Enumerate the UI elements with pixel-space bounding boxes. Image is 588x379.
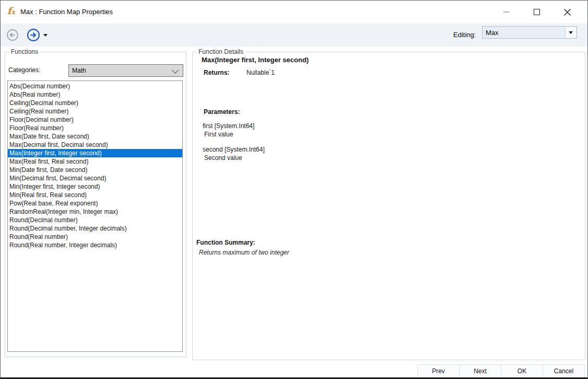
function-list-item[interactable]: Round(Real number, Integer decimals): [8, 241, 182, 249]
editing-combobox-value: Max: [486, 29, 499, 37]
minimize-icon: [503, 12, 510, 13]
categories-combobox[interactable]: Math: [68, 64, 183, 77]
forward-dropdown-caret-icon[interactable]: [43, 34, 48, 37]
parameter-entry: second [System.Int64]Second value: [203, 145, 265, 162]
function-list-item[interactable]: Round(Decimal number, Integer decimals): [8, 224, 182, 233]
function-signature: Max(Integer first, Integer second): [202, 56, 309, 64]
window-title: Max : Function Map Properties: [20, 8, 113, 16]
cancel-button[interactable]: Cancel: [543, 364, 585, 378]
parameter-description: Second value: [203, 154, 265, 162]
function-details-groupbox: Function Details Max(Integer first, Inte…: [192, 52, 585, 360]
parameter-entry: first [System.Int64]First value: [203, 122, 265, 139]
function-list-item[interactable]: Ceiling(Decimal number): [8, 99, 182, 107]
function-list-item[interactable]: Max(Date first, Date second): [8, 132, 182, 141]
parameters-list: first [System.Int64]First valuesecond [S…: [203, 122, 265, 169]
chevron-down-icon: [569, 31, 573, 34]
parameters-label: Parameters:: [204, 108, 240, 116]
minimize-button[interactable]: [491, 1, 522, 24]
function-list-item[interactable]: Max(Integer first, Integer second): [8, 149, 182, 157]
ok-button[interactable]: OK: [501, 364, 543, 378]
close-icon: [563, 8, 571, 16]
chevron-down-icon: [172, 67, 179, 74]
function-summary-label: Function Summary:: [196, 239, 255, 246]
parameter-name: second [System.Int64]: [203, 145, 265, 154]
function-list-item[interactable]: RandomReal(Integer min, Integer max): [8, 208, 182, 216]
function-list-item[interactable]: Min(Integer first, Integer second): [8, 182, 182, 191]
editing-label: Editing:: [453, 31, 476, 39]
parameter-name: first [System.Int64]: [203, 122, 265, 130]
title-bar: fx Max : Function Map Properties: [1, 1, 587, 24]
categories-combobox-value: Math: [72, 67, 86, 74]
function-map-properties-dialog: fx Max : Function Map Properties Editing…: [0, 0, 588, 379]
function-list-item[interactable]: Round(Real number): [8, 233, 182, 241]
dialog-footer-buttons: PrevNextOKCancel: [418, 364, 585, 378]
function-summary-text: Returns maximum of two integer: [199, 249, 289, 256]
functions-groupbox: Functions Categories: Math Abs(Decimal n…: [5, 52, 186, 357]
next-button[interactable]: Next: [459, 364, 501, 378]
function-list-item[interactable]: Min(Decimal first, Decimal second): [8, 174, 182, 182]
returns-label: Returns:: [204, 69, 229, 76]
forward-button[interactable]: [27, 28, 40, 42]
function-list[interactable]: Abs(Decimal number)Abs(Real number)Ceili…: [7, 81, 183, 352]
function-list-item[interactable]: Max(Real first, Real second): [8, 157, 182, 166]
back-button[interactable]: [6, 29, 19, 41]
function-list-item[interactable]: Floor(Decimal number): [8, 116, 182, 124]
fx-icon: fx: [7, 5, 15, 18]
function-details-groupbox-title: Function Details: [196, 48, 246, 55]
function-list-item[interactable]: Max(Decimal first, Decimal second): [8, 141, 182, 149]
window-controls: [491, 1, 582, 24]
prev-button[interactable]: Prev: [417, 364, 460, 378]
functions-groupbox-title: Functions: [8, 48, 41, 55]
function-list-item[interactable]: Min(Date first, Date second): [8, 166, 182, 174]
function-list-item[interactable]: Pow(Real base, Real exponent): [8, 199, 182, 208]
editing-combobox[interactable]: Max: [482, 26, 577, 39]
editing-combobox-dropdown-button[interactable]: [565, 27, 576, 38]
parameter-description: First value: [203, 130, 265, 139]
maximize-icon: [534, 9, 540, 15]
returns-value: Nullable`1: [246, 69, 275, 76]
function-list-item[interactable]: Ceiling(Real number): [8, 107, 182, 116]
function-list-item[interactable]: Floor(Real number): [8, 124, 182, 132]
categories-label: Categories:: [8, 66, 40, 74]
function-list-item[interactable]: Abs(Real number): [8, 90, 182, 99]
maximize-button[interactable]: [522, 1, 552, 24]
function-list-item[interactable]: Round(Decimal number): [8, 216, 182, 224]
function-list-item[interactable]: Min(Real first, Real second): [8, 191, 182, 199]
navigation-toolbar: Editing: Max: [1, 24, 587, 47]
close-button[interactable]: [552, 1, 582, 24]
function-list-item[interactable]: Abs(Decimal number): [8, 82, 182, 90]
